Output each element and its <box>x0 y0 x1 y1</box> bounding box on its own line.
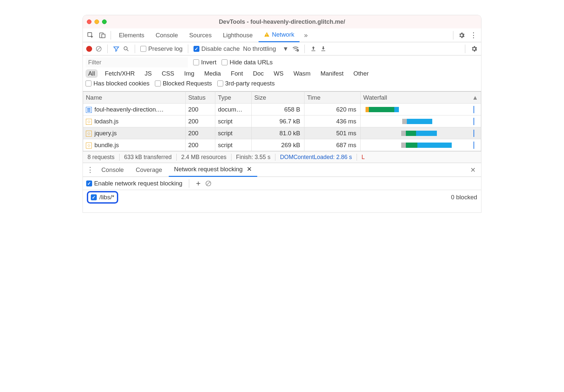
tab-sources[interactable]: Sources <box>184 28 217 42</box>
summary-load: L <box>357 154 370 161</box>
hide-data-urls-checkbox[interactable]: Hide data URLs <box>222 59 273 66</box>
throttling-select[interactable]: No throttling ▼ <box>243 45 289 52</box>
blocked-count: 0 blocked <box>451 194 477 201</box>
invert-checkbox[interactable]: Invert <box>193 59 216 66</box>
cell-time: 687 ms <box>304 139 361 151</box>
window-titlebar: DevTools - foul-heavenly-direction.glitc… <box>83 15 481 28</box>
request-name: lodash.js <box>94 118 119 125</box>
type-pill-media[interactable]: Media <box>202 69 224 78</box>
pattern-checkbox[interactable] <box>91 194 97 200</box>
table-row[interactable]: jquery.js200script81.0 kB501 ms <box>83 127 481 139</box>
tab-elements[interactable]: Elements <box>114 28 150 42</box>
script-file-icon <box>86 143 92 148</box>
summary-finish: Finish: 3.55 s <box>231 154 275 161</box>
cell-time: 436 ms <box>304 115 361 127</box>
blocking-toolbar: Enable network request blocking + <box>83 177 481 190</box>
clear-patterns-icon[interactable] <box>205 180 212 187</box>
svg-point-7 <box>124 47 127 50</box>
more-tabs-icon[interactable]: » <box>300 30 311 41</box>
col-waterfall[interactable]: Waterfall▲ <box>361 92 481 104</box>
network-settings-icon[interactable] <box>471 45 478 52</box>
type-pill-font[interactable]: Font <box>228 69 246 78</box>
cell-time: 620 ms <box>304 104 361 115</box>
main-tab-strip: Elements Console Sources Lighthouse Netw… <box>83 28 481 42</box>
clear-icon[interactable] <box>95 46 102 52</box>
network-toolbar: Preserve log Disable cache No throttling… <box>83 42 481 55</box>
tab-console[interactable]: Console <box>150 28 183 42</box>
summary-transferred: 633 kB transferred <box>120 154 177 161</box>
type-pill-manifest[interactable]: Manifest <box>318 69 346 78</box>
disable-cache-checkbox[interactable]: Disable cache <box>194 45 240 52</box>
type-pill-all[interactable]: All <box>86 69 98 78</box>
third-party-checkbox[interactable]: 3rd-party requests <box>217 80 275 87</box>
add-pattern-icon[interactable]: + <box>196 179 200 188</box>
table-row[interactable]: lodash.js200script96.7 kB436 ms <box>83 115 481 127</box>
download-har-icon[interactable] <box>320 46 327 52</box>
filter-icon[interactable] <box>113 46 120 52</box>
type-pill-img[interactable]: Img <box>182 69 197 78</box>
svg-rect-11 <box>311 50 315 51</box>
svg-point-9 <box>295 50 296 51</box>
blocked-requests-checkbox[interactable]: Blocked Requests <box>155 80 212 87</box>
col-status[interactable]: Status <box>186 92 215 104</box>
filter-panel: Invert Hide data URLs All Fetch/XHR JS C… <box>83 55 481 91</box>
cell-time: 501 ms <box>304 127 361 139</box>
col-size[interactable]: Size <box>252 92 304 104</box>
type-pill-doc[interactable]: Doc <box>250 69 266 78</box>
tab-network[interactable]: Network <box>259 28 300 42</box>
cell-waterfall <box>361 127 481 139</box>
preserve-log-checkbox[interactable]: Preserve log <box>140 45 183 52</box>
drawer-tab-coverage[interactable]: Coverage <box>130 163 167 177</box>
table-row[interactable]: foul-heavenly-direction.…200docum…658 B6… <box>83 104 481 115</box>
close-tab-icon[interactable]: ✕ <box>247 166 252 173</box>
svg-rect-3 <box>267 34 267 35</box>
inspect-element-icon[interactable] <box>85 30 96 41</box>
cell-waterfall <box>361 104 481 115</box>
drawer-close-icon[interactable]: ✕ <box>470 166 478 174</box>
cell-size: 269 kB <box>252 139 304 151</box>
filter-input[interactable] <box>86 57 188 67</box>
drawer-tab-network-request-blocking[interactable]: Network request blocking ✕ <box>169 163 257 177</box>
svg-rect-2 <box>102 34 105 38</box>
type-pill-wasm[interactable]: Wasm <box>291 69 313 78</box>
pattern-row: /libs/* 0 blocked <box>83 190 481 205</box>
script-file-icon <box>86 119 92 125</box>
col-type[interactable]: Type <box>215 92 252 104</box>
summary-dcl: DOMContentLoaded: 2.86 s <box>275 154 357 161</box>
cell-waterfall <box>361 139 481 151</box>
col-time[interactable]: Time <box>304 92 361 104</box>
type-pill-fetchxhr[interactable]: Fetch/XHR <box>102 69 137 78</box>
kebab-menu-icon[interactable]: ⋮ <box>468 30 479 41</box>
document-file-icon <box>86 107 92 113</box>
col-name[interactable]: Name <box>83 92 186 104</box>
svg-rect-4 <box>267 36 267 36</box>
cell-size: 658 B <box>252 104 304 115</box>
search-icon[interactable] <box>123 46 129 52</box>
tab-lighthouse[interactable]: Lighthouse <box>218 28 258 42</box>
enable-blocking-checkbox[interactable]: Enable network request blocking <box>86 180 182 187</box>
pattern-highlight: /libs/* <box>87 191 118 204</box>
type-pill-css[interactable]: CSS <box>159 69 177 78</box>
upload-har-icon[interactable] <box>310 46 317 52</box>
script-file-icon <box>86 131 92 137</box>
network-conditions-icon[interactable] <box>292 45 299 52</box>
drawer-tab-console[interactable]: Console <box>96 163 129 177</box>
summary-requests: 8 requests <box>83 154 120 161</box>
table-row[interactable]: bundle.js200script269 kB687 ms <box>83 139 481 151</box>
type-pill-js[interactable]: JS <box>142 69 155 78</box>
type-pill-ws[interactable]: WS <box>271 69 286 78</box>
request-name: bundle.js <box>94 142 119 148</box>
cell-status: 200 <box>186 104 215 115</box>
cell-type: script <box>215 115 252 127</box>
type-filter-pills: All Fetch/XHR JS CSS Img Media Font Doc … <box>86 69 478 78</box>
pattern-label: /libs/* <box>99 194 114 201</box>
settings-icon[interactable] <box>456 30 467 41</box>
has-blocked-cookies-checkbox[interactable]: Has blocked cookies <box>86 80 150 87</box>
record-button[interactable] <box>86 46 92 52</box>
window-title: DevTools - foul-heavenly-direction.glitc… <box>83 18 481 25</box>
type-pill-other[interactable]: Other <box>351 69 371 78</box>
device-toolbar-icon[interactable] <box>97 30 108 41</box>
drawer-tab-strip: ⋮ Console Coverage Network request block… <box>83 163 481 177</box>
drawer-menu-icon[interactable]: ⋮ <box>86 166 95 174</box>
cell-size: 81.0 kB <box>252 127 304 139</box>
